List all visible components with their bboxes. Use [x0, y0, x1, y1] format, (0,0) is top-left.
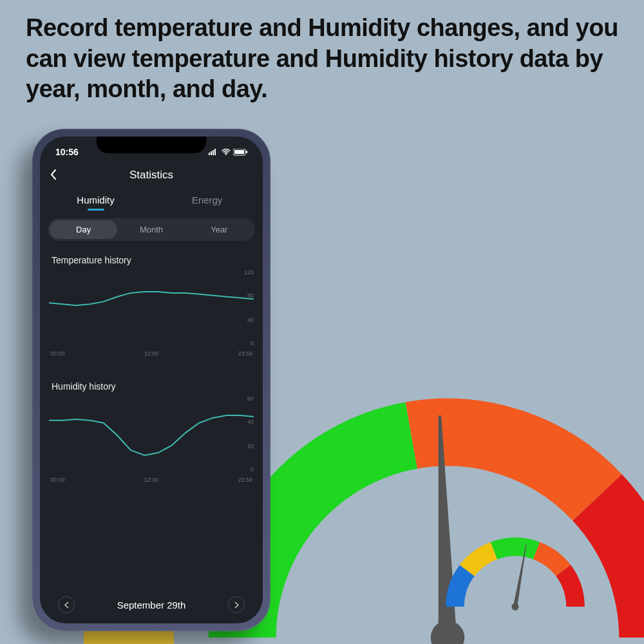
hum-xtick: 00:00 [50, 477, 65, 483]
hum-xtick: 12:00 [144, 477, 159, 483]
temperature-section-title: Temperature history [40, 241, 263, 270]
temperature-chart: 120 80 40 0 00:00 12:00 23:59 [49, 270, 254, 367]
hum-xaxis: 00:00 12:00 23:59 [49, 474, 254, 483]
back-button[interactable] [50, 169, 58, 182]
date-navigator: September 29th [40, 596, 263, 613]
humidity-chart: 60 40 20 0 00:00 12:00 23:59 [49, 397, 254, 493]
nav-bar: Statistics [40, 160, 263, 187]
temp-ytick: 80 [247, 292, 254, 299]
phone-frame: 10:56 Statistics Humidity Energy Day Mon… [32, 129, 270, 631]
phone-notch [97, 137, 206, 153]
humidity-section-title: Humidity history [40, 367, 263, 397]
temp-xtick: 23:59 [238, 350, 252, 357]
page-title: Statistics [58, 169, 245, 182]
chevron-left-icon [50, 169, 57, 180]
tab-humidity[interactable]: Humidity [40, 189, 151, 212]
segment-day[interactable]: Day [50, 220, 117, 239]
yellow-accent [84, 631, 174, 644]
humidity-line-icon [49, 397, 254, 474]
hum-xtick: 23:59 [238, 477, 252, 483]
chevron-right-icon [234, 601, 239, 609]
gauge-small [444, 522, 586, 644]
svg-rect-6 [213, 150, 214, 155]
battery-icon [233, 149, 247, 156]
headline-text: Record temperature and Humidity changes,… [26, 13, 618, 105]
temp-ytick: 120 [244, 269, 254, 276]
prev-day-button[interactable] [58, 596, 75, 613]
hum-ytick: 20 [247, 443, 254, 450]
svg-point-8 [225, 154, 227, 155]
segment-month[interactable]: Month [117, 220, 185, 239]
status-time: 10:56 [55, 147, 79, 157]
temperature-line-icon [49, 270, 254, 348]
temp-xaxis: 00:00 12:00 23:59 [49, 348, 254, 357]
wifi-icon [222, 149, 231, 155]
tab-energy[interactable]: Energy [151, 189, 263, 212]
time-range-segment: Day Month Year [48, 218, 255, 241]
svg-point-3 [511, 603, 520, 611]
svg-rect-10 [234, 150, 244, 154]
category-tabs: Humidity Energy [40, 187, 263, 212]
signal-icon [209, 149, 219, 155]
temp-ytick: 40 [247, 317, 254, 323]
hum-ytick: 0 [251, 466, 254, 473]
phone-screen: 10:56 Statistics Humidity Energy Day Mon… [40, 137, 263, 623]
status-icons [209, 149, 247, 156]
current-date-label: September 29th [117, 600, 186, 611]
chevron-left-icon [64, 601, 69, 609]
next-day-button[interactable] [228, 596, 245, 613]
hum-ytick: 40 [247, 419, 254, 425]
svg-rect-7 [214, 149, 216, 155]
temp-ytick: 0 [251, 340, 254, 346]
svg-rect-4 [209, 153, 210, 155]
temp-xtick: 00:00 [50, 350, 65, 357]
temp-xtick: 12:00 [144, 350, 159, 357]
segment-year[interactable]: Year [185, 220, 253, 239]
svg-rect-11 [246, 151, 247, 153]
svg-rect-5 [211, 151, 212, 155]
hum-ytick: 60 [247, 395, 254, 402]
